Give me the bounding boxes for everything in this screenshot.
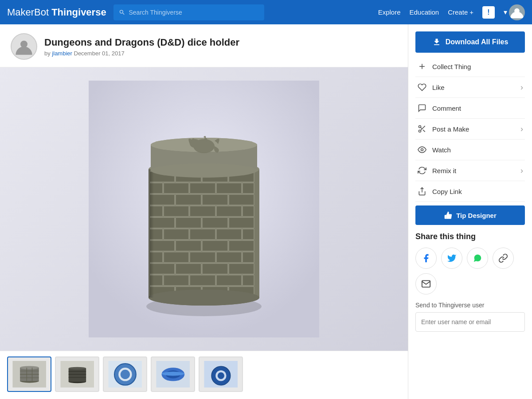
thumbnail-5[interactable]	[199, 356, 243, 392]
logo[interactable]: MakerBot Thingiverse	[7, 7, 106, 18]
share-link-button[interactable]	[493, 248, 514, 269]
copy-link-item[interactable]: Copy Link	[415, 181, 525, 202]
thumbnails	[0, 351, 408, 397]
by-label: by	[44, 50, 51, 57]
whatsapp-icon	[473, 253, 482, 263]
svg-point-68	[20, 366, 39, 369]
send-input[interactable]	[415, 312, 525, 332]
comment-label: Comment	[432, 105, 461, 112]
search-bar[interactable]	[113, 4, 264, 20]
svg-rect-45	[202, 263, 228, 274]
copy-link-label: Copy Link	[432, 188, 462, 195]
download-all-label: Download All Files	[446, 38, 509, 46]
chat-icon	[418, 104, 426, 112]
avatar-icon	[510, 6, 524, 19]
tip-designer-button[interactable]: Tip Designer	[415, 205, 525, 225]
collect-thing-item[interactable]: Collect Thing	[415, 56, 525, 77]
thumbnail-3[interactable]	[103, 356, 147, 392]
thumb-5-image	[204, 361, 238, 388]
watch-label: Watch	[432, 146, 451, 154]
watch-icon	[417, 145, 427, 155]
product-image	[89, 81, 319, 337]
like-icon	[417, 82, 427, 92]
share-twitter-button[interactable]	[441, 248, 462, 269]
thing-header: Dungeons and Dragons (D&D) dice holder b…	[0, 24, 408, 67]
thumbnail-1[interactable]	[7, 356, 51, 392]
svg-point-64	[192, 140, 196, 143]
svg-rect-35	[176, 240, 201, 251]
notification-button[interactable]: !	[482, 6, 495, 19]
publish-date: December 01, 2017	[74, 50, 125, 57]
post-make-arrow-icon: ›	[520, 124, 523, 134]
svg-rect-32	[216, 229, 242, 240]
thumbnail-2[interactable]	[55, 356, 99, 392]
thumbnail-4[interactable]	[151, 356, 195, 392]
user-menu[interactable]: ▾	[504, 4, 525, 20]
action-list: Collect Thing Like › Comment	[415, 56, 525, 202]
main-image	[0, 67, 408, 351]
thumbs-up-icon	[444, 211, 453, 220]
svg-point-92	[217, 372, 224, 379]
refresh-icon	[418, 166, 426, 175]
thumb-2-image	[60, 361, 94, 388]
watch-item[interactable]: Watch	[415, 139, 525, 160]
svg-point-100	[421, 149, 423, 151]
nav-explore[interactable]: Explore	[378, 8, 401, 16]
main-layout: Dungeons and Dragons (D&D) dice holder b…	[0, 24, 532, 399]
svg-point-96	[419, 130, 421, 132]
svg-rect-18	[202, 194, 228, 205]
post-make-icon	[417, 124, 427, 134]
avatar[interactable]	[509, 4, 525, 20]
sidebar: Download All Files Collect Thing	[408, 24, 532, 399]
svg-point-95	[419, 126, 421, 128]
svg-rect-26	[176, 217, 201, 228]
like-label: Like	[432, 84, 445, 91]
share-facebook-button[interactable]	[415, 248, 437, 269]
header: MakerBot Thingiverse Explore Education C…	[0, 0, 532, 24]
svg-rect-28	[229, 217, 254, 228]
collect-label: Collect Thing	[432, 63, 471, 70]
download-icon	[432, 38, 441, 46]
facebook-icon	[421, 253, 431, 263]
author-avatar-icon	[15, 38, 33, 55]
svg-rect-51	[243, 275, 254, 286]
svg-rect-46	[229, 263, 254, 274]
svg-rect-50	[216, 275, 242, 286]
svg-point-77	[68, 367, 86, 369]
svg-rect-24	[243, 206, 254, 217]
nav-create[interactable]: Create +	[448, 8, 473, 16]
svg-rect-39	[164, 252, 189, 263]
like-item[interactable]: Like ›	[415, 77, 525, 98]
collect-icon	[417, 62, 427, 71]
thing-title-area: Dungeons and Dragons (D&D) dice holder b…	[44, 37, 239, 57]
svg-rect-19	[229, 194, 254, 205]
svg-rect-13	[190, 183, 215, 194]
svg-rect-21	[164, 206, 189, 217]
copy-link-icon	[417, 186, 427, 196]
scissors-icon	[418, 124, 426, 133]
author-link[interactable]: jlambier	[52, 50, 72, 57]
svg-rect-44	[176, 263, 201, 274]
create-plus-icon: +	[469, 8, 473, 16]
post-make-item[interactable]: Post a Make ›	[415, 119, 525, 139]
share-email-button[interactable]	[415, 273, 437, 294]
download-all-button[interactable]: Download All Files	[415, 31, 525, 53]
share-title: Share this thing	[415, 232, 525, 241]
search-input[interactable]	[129, 9, 258, 16]
svg-rect-23	[216, 206, 242, 217]
svg-rect-76	[68, 368, 86, 381]
nav-education[interactable]: Education	[409, 8, 439, 16]
author-avatar[interactable]	[11, 33, 37, 60]
share-whatsapp-button[interactable]	[467, 248, 488, 269]
svg-rect-30	[164, 229, 189, 240]
thumb-4-image	[156, 361, 190, 388]
remix-item[interactable]: Remix it ›	[415, 160, 525, 181]
create-label: Create	[448, 8, 468, 16]
svg-rect-37	[229, 240, 254, 251]
svg-rect-33	[243, 229, 254, 240]
remix-arrow-icon: ›	[520, 166, 523, 175]
email-icon	[421, 279, 431, 289]
comment-item[interactable]: Comment	[415, 98, 525, 119]
thumb-1-image	[12, 361, 47, 388]
svg-rect-49	[190, 275, 215, 286]
